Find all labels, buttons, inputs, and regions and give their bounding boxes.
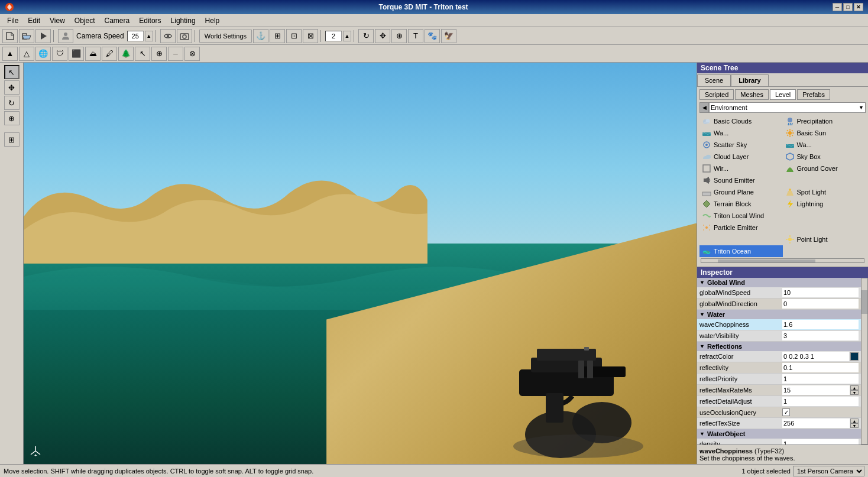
lib-item-wir[interactable]: Wir...	[699, 163, 783, 174]
lib-item-point-light[interactable]: Point Light	[783, 233, 866, 245]
toolbar-open-btn[interactable]	[19, 29, 34, 43]
tb2-square-btn[interactable]: ⬛	[69, 47, 84, 61]
maximize-button[interactable]: □	[843, 3, 853, 11]
toolbar-eye-btn[interactable]	[160, 29, 176, 43]
grid-num-up[interactable]: ▲	[343, 31, 351, 41]
tb2-shield-btn[interactable]: 🛡	[52, 47, 67, 61]
sidebar-rotate-btn[interactable]: ↻	[4, 96, 20, 110]
lib-item-basic-clouds[interactable]: Basic Clouds	[699, 115, 783, 127]
lib-item-basic-sun[interactable]: Basic Sun	[783, 127, 866, 139]
reflect-tex-size-spin-up[interactable]: ▲	[850, 418, 859, 423]
menu-edit[interactable]: Edit	[23, 15, 45, 26]
menu-camera[interactable]: Camera	[100, 15, 135, 26]
tb2-select2-btn[interactable]: ↖	[135, 47, 150, 61]
lib-item-wa1[interactable]: Wa...	[699, 127, 783, 139]
viewport[interactable]: +	[24, 63, 697, 464]
env-select[interactable]: Environment ▼	[709, 102, 866, 113]
sidebar-select-btn[interactable]: ↖	[4, 65, 20, 79]
toolbar-scale-btn[interactable]: ⊕	[391, 29, 407, 43]
tab-scene[interactable]: Scene	[697, 74, 731, 86]
reflect-tex-size-value[interactable]: 256	[782, 418, 850, 428]
toolbar-snap3-btn[interactable]: ⊠	[303, 29, 318, 43]
wave-chop-value[interactable]: 1.6	[782, 320, 859, 329]
camera-mode-select[interactable]: 1st Person Camera	[793, 466, 864, 476]
menu-lighting[interactable]: Lighting	[166, 15, 200, 26]
water-vis-value[interactable]: 3	[782, 331, 859, 340]
density-value[interactable]: 1	[782, 439, 859, 444]
env-back-btn[interactable]: ◀	[699, 102, 709, 113]
lib-tab-meshes[interactable]: Meshes	[735, 89, 769, 100]
menu-help[interactable]: Help	[200, 15, 225, 26]
sidebar-scale-btn[interactable]: ⊕	[4, 111, 20, 125]
camera-speed-up[interactable]: ▲	[145, 31, 153, 41]
sidebar-move-btn[interactable]: ✥	[4, 80, 20, 95]
tb2-stamp-btn[interactable]: ⊗	[184, 47, 200, 61]
toolbar-new-btn[interactable]	[2, 29, 18, 43]
lib-item-sky-box[interactable]: Sky Box	[783, 151, 866, 163]
world-settings-btn[interactable]: World Settings	[199, 30, 252, 43]
lib-item-sound-emitter[interactable]: Sound Emitter	[699, 174, 783, 186]
menu-file[interactable]: File	[2, 15, 23, 26]
toolbar-snap-btn[interactable]: ⚓	[253, 29, 268, 43]
lib-tab-scripted[interactable]: Scripted	[699, 89, 734, 100]
toolbar-grid-btn[interactable]: ⊞	[270, 29, 285, 43]
tab-library[interactable]: Library	[731, 74, 768, 86]
tb2-move-btn[interactable]: △	[19, 47, 34, 61]
toolbar-misc2-btn[interactable]: 🦅	[441, 29, 456, 43]
refract-color-value[interactable]: 0 0.2 0.3 1	[782, 352, 849, 361]
tb2-brush-btn[interactable]: 🖊	[102, 47, 117, 61]
lib-item-terrain-block[interactable]: Terrain Block	[699, 198, 783, 210]
refract-color-box[interactable]	[850, 352, 859, 361]
inspector-section-water[interactable]: ▼ Water	[697, 310, 861, 319]
lib-scrollbar[interactable]	[701, 258, 864, 263]
toolbar-misc1-btn[interactable]: 🐾	[425, 29, 440, 43]
wind-dir-value[interactable]: 0	[782, 299, 859, 309]
reflect-max-rate-spin-down[interactable]: ▼	[850, 390, 859, 395]
tb2-flatten-btn[interactable]: ⏤	[168, 47, 183, 61]
toolbar-snap2-btn[interactable]: ⊡	[286, 29, 302, 43]
lib-item-cloud-layer[interactable]: Cloud Layer	[699, 151, 783, 163]
tb2-globe-btn[interactable]: 🌐	[35, 47, 51, 61]
toolbar-snapshot-btn[interactable]	[177, 29, 192, 43]
lib-item-spot-light[interactable]: Spot Light	[783, 186, 866, 198]
grid-num-input[interactable]	[325, 31, 342, 41]
toolbar-text-btn[interactable]: T	[408, 29, 423, 43]
lib-item-ground-plane[interactable]: Ground Plane	[699, 186, 783, 198]
lib-item-scatter-sky[interactable]: Scatter Sky	[699, 139, 783, 151]
camera-speed-input[interactable]	[127, 31, 144, 41]
menu-view[interactable]: View	[45, 15, 70, 26]
menu-editors[interactable]: Editors	[134, 15, 166, 26]
reflect-detail-value[interactable]: 1	[782, 397, 859, 406]
lib-item-lightning[interactable]: Lightning	[783, 198, 866, 210]
toolbar-rotate-btn[interactable]: ↻	[358, 29, 374, 43]
inspector-scrollbar[interactable]	[861, 278, 868, 444]
lib-item-particle-emitter[interactable]: Particle Emitter	[699, 222, 783, 233]
reflect-tex-size-spin-down[interactable]: ▼	[850, 423, 859, 428]
lib-item-wa2[interactable]: Wa...	[783, 139, 866, 151]
inspector-section-reflections[interactable]: ▼ Reflections	[697, 342, 861, 351]
minimize-button[interactable]: ─	[833, 3, 842, 11]
tb2-decal-btn[interactable]: ⊕	[151, 47, 167, 61]
tb2-terrain-btn[interactable]: ⛰	[85, 47, 101, 61]
wind-speed-value[interactable]: 10	[782, 288, 859, 297]
inspector-section-global-wind[interactable]: ▼ Global Wind	[697, 278, 861, 287]
lib-item-ground-cover[interactable]: Ground Cover	[783, 163, 866, 174]
toolbar-move-btn[interactable]: ✥	[375, 29, 390, 43]
inspector-section-water-object[interactable]: ▼ WaterObject	[697, 429, 861, 439]
reflect-max-rate-value[interactable]: 15	[782, 385, 850, 395]
tb2-select-btn[interactable]: ▲	[2, 47, 18, 61]
lib-tab-prefabs[interactable]: Prefabs	[797, 89, 830, 100]
use-occlusion-checkbox[interactable]: ✓	[782, 408, 790, 416]
lib-tab-level[interactable]: Level	[770, 89, 796, 100]
lib-item-triton-local-wind[interactable]: Triton Local Wind	[699, 210, 783, 222]
inspector-scrollbar-thumb[interactable]	[861, 290, 867, 314]
sidebar-extra-btn[interactable]: ⊞	[4, 132, 20, 147]
lib-item-precipitation[interactable]: Precipitation	[783, 115, 866, 127]
lib-item-triton-ocean[interactable]: Triton Ocean	[699, 245, 783, 257]
toolbar-avatar-btn[interactable]	[58, 29, 73, 43]
toolbar-play-btn[interactable]	[35, 29, 51, 43]
reflect-max-rate-spin-up[interactable]: ▲	[850, 385, 859, 390]
menu-object[interactable]: Object	[70, 15, 100, 26]
reflect-priority-value[interactable]: 1	[782, 374, 859, 384]
lib-scrollbar-thumb[interactable]	[718, 259, 815, 263]
